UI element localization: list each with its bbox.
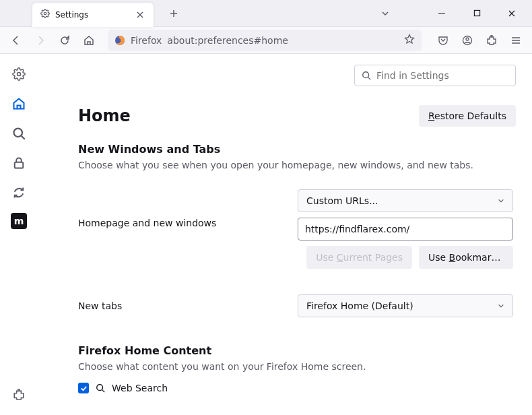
menu-icon[interactable] xyxy=(505,30,527,51)
chevron-down-icon xyxy=(498,197,504,204)
svg-rect-1 xyxy=(474,10,479,15)
tab-title: Settings xyxy=(55,10,129,20)
sidebar-item-privacy[interactable] xyxy=(9,154,28,172)
homepage-url-input[interactable] xyxy=(298,218,513,241)
sidebar-item-addons[interactable] xyxy=(9,385,28,404)
browser-tab[interactable]: Settings xyxy=(32,3,154,27)
url-bar[interactable]: Firefox about:preferences#home xyxy=(108,30,422,51)
sidebar-item-home[interactable] xyxy=(9,94,28,113)
section-title-home-content: Firefox Home Content xyxy=(78,344,516,357)
section-title-windows-tabs: New Windows and Tabs xyxy=(78,143,516,156)
section-desc: Choose what you see when you open your h… xyxy=(78,160,516,170)
chevron-down-icon[interactable] xyxy=(370,3,400,24)
dropdown-value: Firefox Home (Default) xyxy=(306,300,413,311)
use-current-pages-button[interactable]: Use Current Pages xyxy=(306,246,412,269)
find-settings-search[interactable] xyxy=(354,65,516,86)
forward-button[interactable] xyxy=(30,30,51,51)
svg-point-8 xyxy=(363,72,369,78)
search-icon xyxy=(362,71,371,80)
maximize-button[interactable] xyxy=(462,3,492,24)
svg-point-6 xyxy=(14,129,23,137)
firefox-logo-icon xyxy=(114,35,125,46)
back-button[interactable] xyxy=(5,30,27,51)
newtabs-dropdown[interactable]: Firefox Home (Default) xyxy=(298,294,513,317)
url-text: about:preferences#home xyxy=(167,35,399,46)
window-close-button[interactable] xyxy=(497,3,527,24)
find-settings-input[interactable] xyxy=(376,70,508,81)
account-icon[interactable] xyxy=(457,30,478,51)
section-desc-content: Choose what content you want on your Fir… xyxy=(78,361,516,372)
svg-point-4 xyxy=(466,38,469,40)
chevron-down-icon xyxy=(498,302,504,309)
svg-point-0 xyxy=(44,12,46,15)
sidebar-item-search[interactable] xyxy=(9,124,28,143)
svg-rect-7 xyxy=(15,162,24,168)
home-button[interactable] xyxy=(78,30,100,51)
sidebar-item-general[interactable] xyxy=(9,65,28,84)
gear-icon xyxy=(40,8,50,21)
label-newtabs: New tabs xyxy=(78,300,287,311)
search-icon xyxy=(96,383,105,393)
use-bookmark-button[interactable]: Use Bookmark... xyxy=(419,246,513,269)
reload-button[interactable] xyxy=(54,30,75,51)
minimize-button[interactable] xyxy=(427,3,457,24)
web-search-label: Web Search xyxy=(112,383,168,393)
homepage-mode-dropdown[interactable]: Custom URLs... xyxy=(298,189,513,212)
svg-point-5 xyxy=(18,73,21,76)
star-icon[interactable] xyxy=(404,34,415,47)
svg-point-9 xyxy=(97,385,103,391)
web-search-checkbox[interactable] xyxy=(78,383,89,393)
extensions-icon[interactable] xyxy=(481,30,502,51)
label-homepage: Homepage and new windows xyxy=(78,189,287,228)
restore-defaults-button[interactable]: RRestore Defaultsestore Defaults xyxy=(419,105,516,127)
extension-icon[interactable]: m xyxy=(11,213,27,229)
dropdown-value: Custom URLs... xyxy=(306,195,378,206)
new-tab-button[interactable] xyxy=(164,4,183,23)
url-label: Firefox xyxy=(131,35,162,46)
page-title: Home xyxy=(78,106,131,125)
close-icon[interactable] xyxy=(135,9,145,20)
sidebar-item-sync[interactable] xyxy=(9,183,28,202)
pocket-icon[interactable] xyxy=(432,30,454,51)
